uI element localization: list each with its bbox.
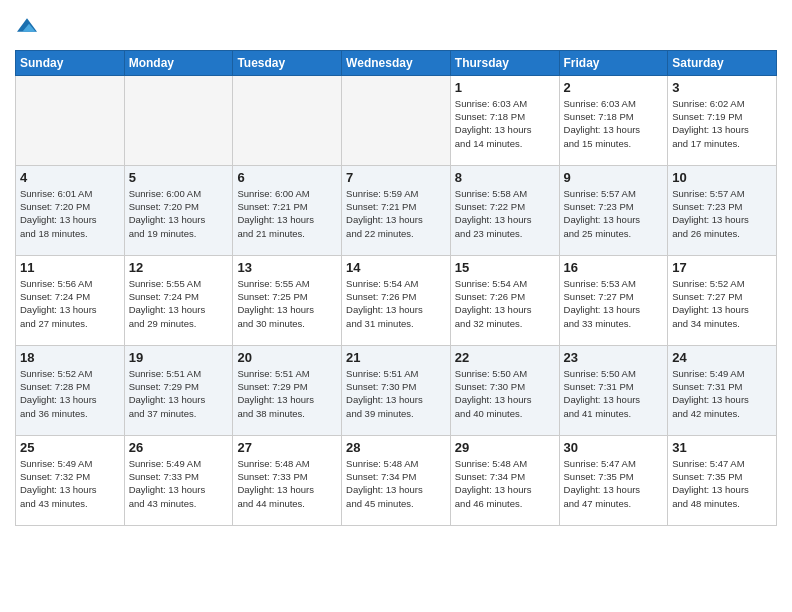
day-number: 8 [455,170,555,185]
calendar-cell: 25Sunrise: 5:49 AMSunset: 7:32 PMDayligh… [16,435,125,525]
weekday-header: Monday [124,50,233,75]
cell-info: Sunrise: 5:48 AMSunset: 7:34 PMDaylight:… [455,457,555,510]
cell-info: Sunrise: 5:57 AMSunset: 7:23 PMDaylight:… [672,187,772,240]
cell-info: Sunrise: 5:56 AMSunset: 7:24 PMDaylight:… [20,277,120,330]
calendar-cell: 24Sunrise: 5:49 AMSunset: 7:31 PMDayligh… [668,345,777,435]
cell-info: Sunrise: 6:00 AMSunset: 7:21 PMDaylight:… [237,187,337,240]
weekday-header: Saturday [668,50,777,75]
day-number: 15 [455,260,555,275]
cell-info: Sunrise: 5:51 AMSunset: 7:30 PMDaylight:… [346,367,446,420]
cell-info: Sunrise: 5:47 AMSunset: 7:35 PMDaylight:… [672,457,772,510]
calendar-cell: 13Sunrise: 5:55 AMSunset: 7:25 PMDayligh… [233,255,342,345]
calendar-cell: 9Sunrise: 5:57 AMSunset: 7:23 PMDaylight… [559,165,668,255]
cell-info: Sunrise: 5:51 AMSunset: 7:29 PMDaylight:… [237,367,337,420]
cell-info: Sunrise: 5:58 AMSunset: 7:22 PMDaylight:… [455,187,555,240]
cell-info: Sunrise: 5:50 AMSunset: 7:30 PMDaylight:… [455,367,555,420]
day-number: 7 [346,170,446,185]
calendar-cell: 21Sunrise: 5:51 AMSunset: 7:30 PMDayligh… [342,345,451,435]
cell-info: Sunrise: 5:48 AMSunset: 7:33 PMDaylight:… [237,457,337,510]
weekday-header: Friday [559,50,668,75]
day-number: 25 [20,440,120,455]
calendar-cell [16,75,125,165]
calendar-table: SundayMondayTuesdayWednesdayThursdayFrid… [15,50,777,526]
weekday-header: Wednesday [342,50,451,75]
cell-info: Sunrise: 6:00 AMSunset: 7:20 PMDaylight:… [129,187,229,240]
day-number: 9 [564,170,664,185]
calendar-cell: 15Sunrise: 5:54 AMSunset: 7:26 PMDayligh… [450,255,559,345]
cell-info: Sunrise: 5:52 AMSunset: 7:28 PMDaylight:… [20,367,120,420]
calendar-cell: 31Sunrise: 5:47 AMSunset: 7:35 PMDayligh… [668,435,777,525]
calendar-cell: 27Sunrise: 5:48 AMSunset: 7:33 PMDayligh… [233,435,342,525]
cell-info: Sunrise: 5:47 AMSunset: 7:35 PMDaylight:… [564,457,664,510]
calendar-cell: 18Sunrise: 5:52 AMSunset: 7:28 PMDayligh… [16,345,125,435]
logo [15,15,37,40]
cell-info: Sunrise: 5:54 AMSunset: 7:26 PMDaylight:… [455,277,555,330]
calendar-week-row: 1Sunrise: 6:03 AMSunset: 7:18 PMDaylight… [16,75,777,165]
logo-icon [17,15,37,35]
weekday-header: Thursday [450,50,559,75]
weekday-header: Tuesday [233,50,342,75]
day-number: 30 [564,440,664,455]
calendar-header-row: SundayMondayTuesdayWednesdayThursdayFrid… [16,50,777,75]
day-number: 14 [346,260,446,275]
calendar-cell: 6Sunrise: 6:00 AMSunset: 7:21 PMDaylight… [233,165,342,255]
calendar-cell: 14Sunrise: 5:54 AMSunset: 7:26 PMDayligh… [342,255,451,345]
calendar-cell: 12Sunrise: 5:55 AMSunset: 7:24 PMDayligh… [124,255,233,345]
day-number: 16 [564,260,664,275]
calendar-cell: 26Sunrise: 5:49 AMSunset: 7:33 PMDayligh… [124,435,233,525]
day-number: 26 [129,440,229,455]
day-number: 19 [129,350,229,365]
calendar-cell: 10Sunrise: 5:57 AMSunset: 7:23 PMDayligh… [668,165,777,255]
day-number: 11 [20,260,120,275]
calendar-cell: 23Sunrise: 5:50 AMSunset: 7:31 PMDayligh… [559,345,668,435]
day-number: 22 [455,350,555,365]
cell-info: Sunrise: 5:55 AMSunset: 7:24 PMDaylight:… [129,277,229,330]
day-number: 29 [455,440,555,455]
day-number: 4 [20,170,120,185]
calendar-cell: 8Sunrise: 5:58 AMSunset: 7:22 PMDaylight… [450,165,559,255]
cell-info: Sunrise: 5:48 AMSunset: 7:34 PMDaylight:… [346,457,446,510]
day-number: 31 [672,440,772,455]
cell-info: Sunrise: 6:03 AMSunset: 7:18 PMDaylight:… [564,97,664,150]
calendar-cell: 20Sunrise: 5:51 AMSunset: 7:29 PMDayligh… [233,345,342,435]
cell-info: Sunrise: 5:59 AMSunset: 7:21 PMDaylight:… [346,187,446,240]
cell-info: Sunrise: 6:02 AMSunset: 7:19 PMDaylight:… [672,97,772,150]
calendar-cell: 3Sunrise: 6:02 AMSunset: 7:19 PMDaylight… [668,75,777,165]
calendar-cell [342,75,451,165]
day-number: 21 [346,350,446,365]
calendar-cell: 17Sunrise: 5:52 AMSunset: 7:27 PMDayligh… [668,255,777,345]
cell-info: Sunrise: 5:55 AMSunset: 7:25 PMDaylight:… [237,277,337,330]
day-number: 27 [237,440,337,455]
calendar-week-row: 4Sunrise: 6:01 AMSunset: 7:20 PMDaylight… [16,165,777,255]
calendar-cell [233,75,342,165]
calendar-week-row: 11Sunrise: 5:56 AMSunset: 7:24 PMDayligh… [16,255,777,345]
calendar-week-row: 18Sunrise: 5:52 AMSunset: 7:28 PMDayligh… [16,345,777,435]
day-number: 10 [672,170,772,185]
day-number: 12 [129,260,229,275]
day-number: 23 [564,350,664,365]
calendar-cell: 11Sunrise: 5:56 AMSunset: 7:24 PMDayligh… [16,255,125,345]
cell-info: Sunrise: 5:49 AMSunset: 7:33 PMDaylight:… [129,457,229,510]
day-number: 2 [564,80,664,95]
day-number: 13 [237,260,337,275]
cell-info: Sunrise: 5:52 AMSunset: 7:27 PMDaylight:… [672,277,772,330]
calendar-cell: 1Sunrise: 6:03 AMSunset: 7:18 PMDaylight… [450,75,559,165]
cell-info: Sunrise: 5:50 AMSunset: 7:31 PMDaylight:… [564,367,664,420]
calendar-cell [124,75,233,165]
day-number: 1 [455,80,555,95]
calendar-week-row: 25Sunrise: 5:49 AMSunset: 7:32 PMDayligh… [16,435,777,525]
calendar-cell: 22Sunrise: 5:50 AMSunset: 7:30 PMDayligh… [450,345,559,435]
calendar-cell: 29Sunrise: 5:48 AMSunset: 7:34 PMDayligh… [450,435,559,525]
cell-info: Sunrise: 5:53 AMSunset: 7:27 PMDaylight:… [564,277,664,330]
calendar-cell: 5Sunrise: 6:00 AMSunset: 7:20 PMDaylight… [124,165,233,255]
day-number: 6 [237,170,337,185]
day-number: 28 [346,440,446,455]
calendar-cell: 7Sunrise: 5:59 AMSunset: 7:21 PMDaylight… [342,165,451,255]
cell-info: Sunrise: 5:54 AMSunset: 7:26 PMDaylight:… [346,277,446,330]
cell-info: Sunrise: 5:57 AMSunset: 7:23 PMDaylight:… [564,187,664,240]
day-number: 24 [672,350,772,365]
calendar-cell: 19Sunrise: 5:51 AMSunset: 7:29 PMDayligh… [124,345,233,435]
cell-info: Sunrise: 5:51 AMSunset: 7:29 PMDaylight:… [129,367,229,420]
cell-info: Sunrise: 5:49 AMSunset: 7:32 PMDaylight:… [20,457,120,510]
calendar-cell: 28Sunrise: 5:48 AMSunset: 7:34 PMDayligh… [342,435,451,525]
